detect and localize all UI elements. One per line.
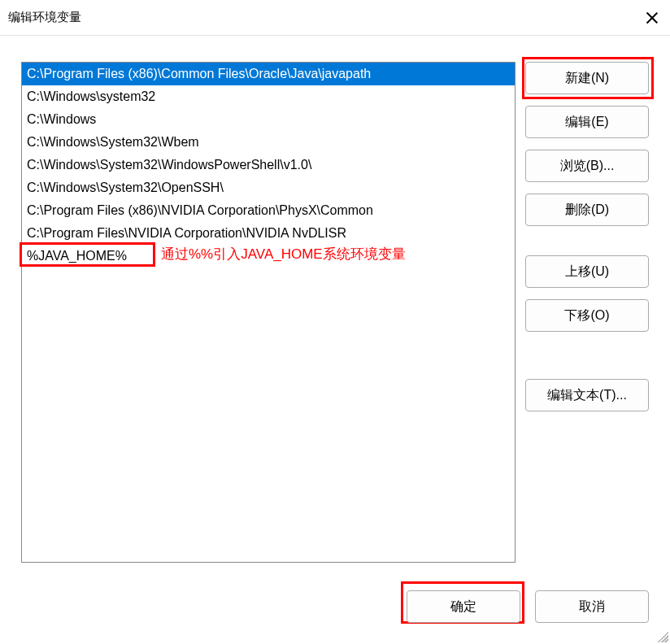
move-down-button[interactable]: 下移(O)	[525, 299, 649, 332]
ok-button[interactable]: 确定	[407, 590, 520, 623]
list-item[interactable]: C:\Program Files (x86)\Common Files\Orac…	[22, 63, 515, 85]
list-item[interactable]: C:\Program Files (x86)\NVIDIA Corporatio…	[22, 199, 515, 222]
close-icon[interactable]	[646, 11, 659, 24]
list-item[interactable]: C:\Windows\system32	[22, 85, 515, 108]
browse-button[interactable]: 浏览(B)...	[525, 150, 649, 182]
env-path-list[interactable]: C:\Program Files (x86)\Common Files\Orac…	[21, 62, 516, 563]
content-area: C:\Program Files (x86)\Common Files\Orac…	[21, 62, 649, 623]
titlebar: 编辑环境变量	[0, 0, 670, 36]
annotation-text: 通过%%引入JAVA_HOME系统环境变量	[161, 245, 406, 263]
edit-text-button[interactable]: 编辑文本(T)...	[525, 379, 649, 411]
resize-grip-icon[interactable]	[657, 631, 668, 642]
bottom-button-row: 确定 取消	[407, 590, 649, 623]
dialog-title: 编辑环境变量	[8, 10, 81, 25]
cancel-button[interactable]: 取消	[535, 590, 649, 623]
new-button[interactable]: 新建(N)	[525, 62, 649, 94]
list-item[interactable]: C:\Windows\System32\OpenSSH\	[22, 176, 515, 199]
list-item[interactable]: C:\Windows\System32\WindowsPowerShell\v1…	[22, 154, 515, 176]
list-item[interactable]: C:\Windows	[22, 108, 515, 131]
edit-button[interactable]: 编辑(E)	[525, 106, 649, 138]
button-column: 新建(N) 编辑(E) 浏览(B)... 删除(D) 上移(U) 下移(O) 编…	[525, 62, 649, 423]
delete-button[interactable]: 删除(D)	[525, 194, 649, 226]
move-up-button[interactable]: 上移(U)	[525, 255, 649, 288]
list-item[interactable]: C:\Windows\System32\Wbem	[22, 131, 515, 154]
list-item[interactable]: C:\Program Files\NVIDIA Corporation\NVID…	[22, 222, 515, 245]
